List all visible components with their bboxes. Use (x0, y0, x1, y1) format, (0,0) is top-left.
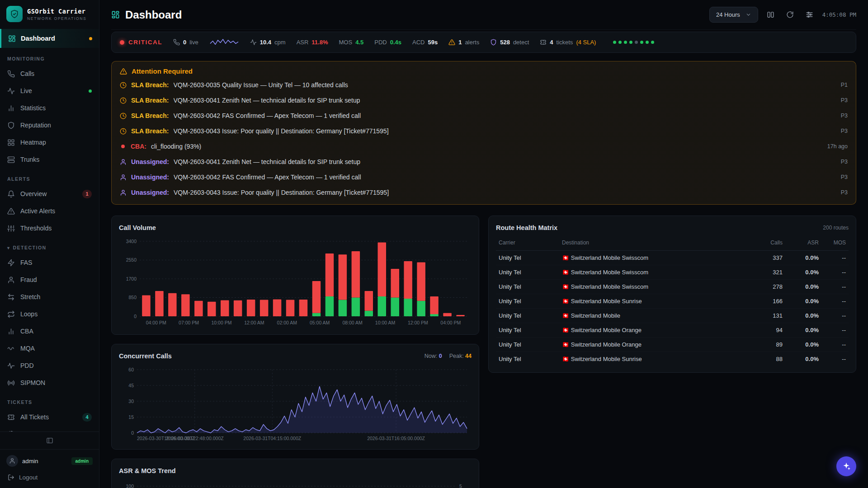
sidebar-item-fraud[interactable]: Fraud (0, 271, 99, 288)
sidebar-item-calls[interactable]: Calls (0, 65, 99, 82)
column-header[interactable]: MOS (821, 238, 849, 251)
table-row[interactable]: Unity Tel🇨🇭 Switzerland Mobile Orange890… (496, 338, 849, 352)
radio-icon (7, 379, 15, 387)
attention-row-meta: P3 (834, 113, 848, 119)
sidebar-item-analytics[interactable]: Analytics (0, 426, 99, 432)
calls-cell: 278 (749, 280, 785, 294)
table-row[interactable]: Unity Tel🇨🇭 Switzerland Mobile Sunrise16… (496, 294, 849, 309)
sidebar-item-stretch[interactable]: Stretch (0, 288, 99, 305)
tickets-label: tickets (557, 39, 573, 46)
sidebar-item-cba[interactable]: CBA (0, 323, 99, 340)
refresh-button[interactable] (783, 8, 797, 22)
health-dot (629, 41, 632, 44)
attention-row-label: SLA Breach: (131, 97, 169, 104)
sidebar-item-heatmap[interactable]: Heatmap (0, 134, 99, 151)
sidebar-item-label: Thresholds (20, 225, 52, 232)
sidebar-item-label: Reputation (20, 122, 51, 129)
asr-cell: 0.0% (785, 265, 821, 280)
shield-icon (7, 122, 15, 129)
sidebar-item-label: Calls (20, 70, 34, 77)
asr-cell: 0.0% (785, 352, 821, 366)
attention-row[interactable]: SLA Breach:VQM-2603-0041 Zenith Net — te… (120, 93, 848, 108)
sidebar-item-mqa[interactable]: MQA (0, 340, 99, 357)
sidebar-item-active-alerts[interactable]: Active Alerts (0, 202, 99, 220)
brand-title: GSOrbit Carrier (27, 8, 87, 15)
destination-cell: 🇨🇭 Switzerland Mobile Swisscom (559, 280, 749, 294)
attention-panel: Attention Required SLA Breach:VQM-2603-0… (111, 61, 856, 205)
sidebar-item-label: MQA (20, 345, 35, 352)
dashboard-icon (111, 10, 120, 19)
cpm-value: 10.4 (260, 39, 271, 46)
carrier-cell: Unity Tel (496, 251, 559, 265)
sidebar-item-pdd[interactable]: PDD (0, 357, 99, 374)
sidebar-item-loops[interactable]: Loops (0, 305, 99, 323)
nav-section-label[interactable]: ▾DETECTION (0, 237, 99, 254)
attention-row-meta: P3 (834, 97, 848, 103)
attention-row-meta: P3 (834, 159, 848, 165)
sidebar-item-trunks[interactable]: Trunks (0, 151, 99, 168)
attention-row-label: SLA Breach: (131, 127, 169, 135)
sidebar-item-overview[interactable]: Overview1 (0, 185, 99, 202)
sidebar-collapse-button[interactable] (0, 432, 99, 450)
sidebar-item-reputation[interactable]: Reputation (0, 117, 99, 134)
column-header[interactable]: Destination (559, 238, 749, 251)
svg-text:04:00 PM: 04:00 PM (146, 320, 166, 325)
sidebar-item-label: Heatmap (20, 139, 46, 146)
time-range-value: 24 Hours (716, 11, 740, 18)
assistant-fab-button[interactable] (836, 456, 856, 476)
svg-text:2026-03-30T22:48:00.000Z: 2026-03-30T22:48:00.000Z (166, 436, 224, 441)
health-dot (618, 41, 622, 44)
sidebar-item-label: PDD (20, 362, 34, 369)
svg-text:30: 30 (128, 399, 134, 404)
sidebar-item-label: Statistics (20, 104, 46, 112)
attention-row[interactable]: Unassigned:VQM-2603-0042 FAS Confirmed —… (120, 169, 848, 185)
sidebar-item-statistics[interactable]: Statistics (0, 99, 99, 117)
table-row[interactable]: Unity Tel🇨🇭 Switzerland Mobile1310.0%-- (496, 309, 849, 323)
sidebar-item-dashboard[interactable]: Dashboard (0, 29, 99, 48)
sidebar-item-thresholds[interactable]: Thresholds (0, 220, 99, 237)
sidebar-item-live[interactable]: Live (0, 82, 99, 99)
settings-button[interactable] (803, 8, 816, 22)
attention-row[interactable]: Unassigned:VQM-2603-0041 Zenith Net — te… (120, 154, 848, 169)
page-header: Dashboard 24 Hours 4:05:08 PM (111, 0, 856, 30)
column-header[interactable]: ASR (785, 238, 821, 251)
bar-chart-icon (7, 328, 15, 335)
count-badge: 1 (82, 190, 92, 198)
table-row[interactable]: Unity Tel🇨🇭 Switzerland Mobile Orange940… (496, 323, 849, 338)
nav-section: ALERTSOverview1Active AlertsThresholds (0, 168, 99, 237)
destination-cell: 🇨🇭 Switzerland Mobile Swisscom (559, 265, 749, 280)
mos-cell: -- (821, 352, 849, 366)
calls-cell: 131 (749, 309, 785, 323)
table-row[interactable]: Unity Tel🇨🇭 Switzerland Mobile Sunrise88… (496, 352, 849, 366)
sidebar-item-sipmon[interactable]: SIPMON (0, 374, 99, 391)
sidebar-item-label: All Tickets (20, 413, 49, 421)
mos-cell: -- (821, 265, 849, 280)
table-row[interactable]: Unity Tel🇨🇭 Switzerland Mobile Swisscom3… (496, 251, 849, 265)
layout-columns-button[interactable] (764, 8, 778, 22)
attention-row[interactable]: CBA:cli_flooding (93%)17h ago (120, 139, 848, 154)
logout-button[interactable]: Logout (0, 469, 99, 488)
svg-text:12:00 AM: 12:00 AM (244, 320, 264, 325)
carrier-cell: Unity Tel (496, 265, 559, 280)
grid-icon (7, 139, 15, 146)
attention-row[interactable]: SLA Breach:VQM-2603-0043 Issue: Poor qua… (120, 123, 848, 139)
time-range-dropdown[interactable]: 24 Hours (709, 7, 758, 23)
attention-row[interactable]: SLA Breach:VQM-2603-0035 Quality Issue —… (120, 77, 848, 93)
acd-value: 59s (428, 39, 438, 46)
svg-text:850: 850 (128, 295, 137, 300)
card-head: Route Health Matrix 200 routes (496, 222, 849, 233)
alert-triangle-icon (7, 207, 15, 215)
attention-row-meta: P3 (834, 128, 848, 134)
concurrent-calls-card: Concurrent Calls Now: 0 Peak: 44 0153045… (111, 344, 479, 450)
column-header[interactable]: Calls (749, 238, 785, 251)
svg-text:100: 100 (126, 483, 134, 488)
user-row[interactable]: admin admin (0, 450, 99, 469)
table-row[interactable]: Unity Tel🇨🇭 Switzerland Mobile Swisscom3… (496, 265, 849, 280)
brand: GSOrbit Carrier NETWORK OPERATIONS (0, 0, 99, 28)
attention-row[interactable]: SLA Breach:VQM-2603-0042 FAS Confirmed —… (120, 108, 848, 123)
sidebar-item-fas[interactable]: FAS (0, 254, 99, 271)
column-header[interactable]: Carrier (496, 238, 559, 251)
attention-row[interactable]: Unassigned:VQM-2603-0043 Issue: Poor qua… (120, 185, 848, 200)
table-row[interactable]: Unity Tel🇨🇭 Switzerland Mobile Swisscom2… (496, 280, 849, 294)
sidebar-item-all-tickets[interactable]: All Tickets4 (0, 408, 99, 426)
